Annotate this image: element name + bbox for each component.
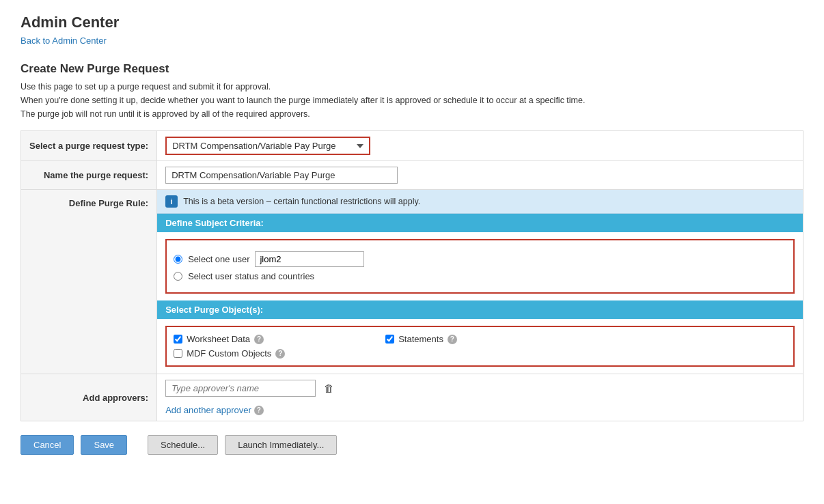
- mdf-item: MDF Custom Objects ?: [174, 348, 786, 359]
- back-link[interactable]: Back to Admin Center: [20, 36, 107, 46]
- page-container: Admin Center Back to Admin Center Create…: [0, 0, 824, 504]
- statements-label: Statements: [398, 334, 443, 344]
- statements-item: Statements ?: [385, 334, 457, 344]
- launch-button[interactable]: Launch Immediately...: [225, 435, 337, 455]
- save-button[interactable]: Save: [81, 435, 127, 455]
- page-title: Admin Center: [20, 14, 804, 31]
- purge-name-row: Name the purge request:: [21, 161, 804, 190]
- schedule-button[interactable]: Schedule...: [148, 435, 218, 455]
- approvers-row: Add approvers: 🗑 Add another approver ?: [21, 374, 804, 421]
- subject-criteria-header: Define Subject Criteria:: [157, 214, 803, 232]
- add-approver-row: Add another approver ?: [165, 401, 795, 415]
- purge-name-input[interactable]: [165, 167, 398, 184]
- purge-type-cell: DRTM Compensation/Variable Pay Purge: [157, 131, 804, 161]
- approver-input-row: 🗑: [165, 380, 795, 397]
- worksheet-help-icon[interactable]: ?: [254, 335, 264, 344]
- radio-status[interactable]: [174, 272, 182, 281]
- beta-notice: i This is a beta version – certain funct…: [157, 190, 803, 214]
- mdf-checkbox[interactable]: [174, 349, 182, 358]
- cancel-button[interactable]: Cancel: [20, 435, 74, 455]
- define-purge-cell: i This is a beta version – certain funct…: [157, 190, 804, 374]
- define-purge-row: Define Purge Rule: i This is a beta vers…: [21, 190, 804, 374]
- worksheet-label: Worksheet Data: [187, 334, 250, 344]
- approvers-label: Add approvers:: [21, 374, 157, 421]
- criteria-box: Select one user Select user status and c…: [165, 239, 795, 294]
- objects-top-row: Worksheet Data ? Statements ?: [174, 334, 786, 344]
- add-approver-link[interactable]: Add another approver ?: [165, 405, 264, 415]
- purge-objects-header: Select Purge Object(s):: [157, 300, 803, 319]
- description: Use this page to set up a purge request …: [20, 80, 804, 121]
- purge-name-label: Name the purge request:: [21, 161, 157, 190]
- radio-one-user-label: Select one user: [188, 254, 249, 264]
- radio-one-user[interactable]: [174, 255, 182, 264]
- purge-objects-box: Worksheet Data ? Statements ? MDF Custom…: [165, 326, 795, 367]
- worksheet-checkbox[interactable]: [174, 335, 182, 344]
- purge-type-row: Select a purge request type: DRTM Compen…: [21, 131, 804, 161]
- user-input[interactable]: [255, 251, 364, 267]
- approver-input[interactable]: [165, 380, 316, 397]
- worksheet-item: Worksheet Data ?: [174, 334, 385, 344]
- buttons-row: Cancel Save Schedule... Launch Immediate…: [20, 435, 804, 455]
- radio-status-label: Select user status and countries: [188, 271, 314, 281]
- define-purge-label: Define Purge Rule:: [21, 190, 157, 374]
- mdf-help-icon[interactable]: ?: [275, 349, 285, 359]
- radio-status-row: Select user status and countries: [174, 271, 786, 281]
- mdf-label: MDF Custom Objects: [187, 348, 271, 359]
- approvers-cell: 🗑 Add another approver ?: [157, 374, 804, 421]
- info-icon: i: [165, 195, 178, 208]
- purge-name-cell: [157, 161, 804, 190]
- form-table: Select a purge request type: DRTM Compen…: [20, 130, 804, 421]
- purge-type-label: Select a purge request type:: [21, 131, 157, 161]
- statements-checkbox[interactable]: [385, 335, 394, 344]
- add-approver-help-icon[interactable]: ?: [254, 406, 264, 415]
- form-title: Create New Purge Request: [20, 62, 804, 76]
- radio-one-user-row: Select one user: [174, 251, 786, 267]
- purge-type-select[interactable]: DRTM Compensation/Variable Pay Purge: [165, 137, 370, 155]
- statements-help-icon[interactable]: ?: [448, 335, 457, 344]
- trash-icon[interactable]: 🗑: [321, 380, 336, 397]
